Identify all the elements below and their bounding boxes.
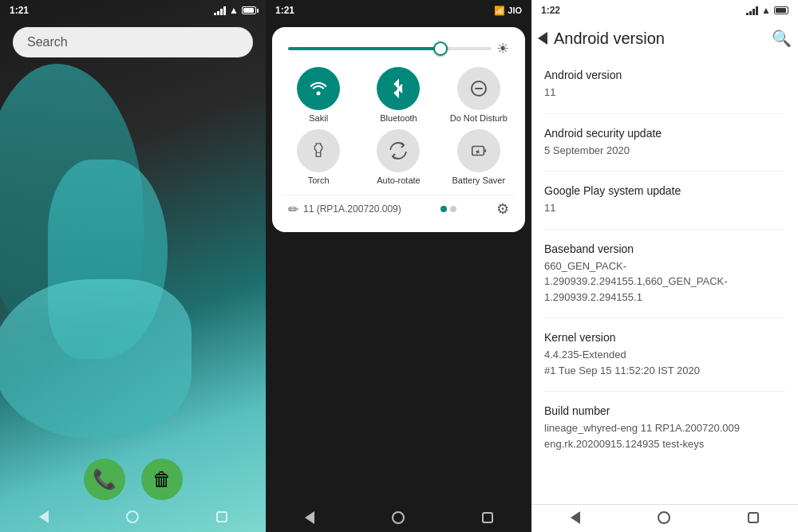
bluetooth-tile-icon (377, 67, 420, 110)
autorotate-tile[interactable]: Auto-rotate (361, 129, 435, 185)
brightness-fill (288, 47, 440, 50)
batterysaver-tile[interactable]: Battery Saver (442, 129, 516, 185)
home-screen: 1:21 ▲ Search 📞 🗑 (0, 0, 266, 532)
about-clock: 1:22 (541, 5, 560, 16)
build-label: 11 (RP1A.200720.009) (303, 203, 401, 215)
back-arrow[interactable] (538, 32, 547, 45)
svg-rect-3 (316, 152, 321, 153)
about-row: Android security update 5 September 2020 (544, 114, 785, 172)
svg-rect-2 (475, 88, 483, 89)
bluetooth-tile[interactable]: Bluetooth (361, 67, 435, 123)
wifi-icon: ▲ (229, 5, 239, 16)
build-info: ✏ 11 (RP1A.200720.009) (288, 202, 401, 217)
dnd-tile-icon (457, 67, 500, 110)
notification-shade: 1:21 📶 JIO ☀ S (266, 0, 531, 532)
toolbar-left: Android version (538, 30, 665, 48)
about-status-icons: ▲ (746, 5, 788, 16)
page-indicators (440, 206, 456, 212)
about-row: Baseband version 660_GEN_PACK-1.290939.2… (544, 230, 785, 319)
wifi-tile[interactable]: Sakil (282, 67, 355, 123)
brightness-thumb[interactable] (433, 41, 448, 56)
brightness-icon: ☀ (496, 40, 509, 57)
about-content: Android version 11 Android security upda… (531, 56, 798, 504)
about-toolbar: Android version 🔍 (531, 21, 798, 56)
page-title: Android version (554, 30, 665, 48)
row-label: Android security update (544, 127, 785, 140)
row-label: Google Play system update (544, 184, 785, 197)
about-row: Build number lineage_whyred-eng 11 RP1A.… (544, 392, 785, 464)
torch-tile-label: Torch (308, 175, 330, 185)
dnd-tile-label: Do Not Disturb (450, 113, 508, 123)
shade-clock: 1:21 (275, 5, 294, 16)
about-navigation-bar (531, 504, 798, 532)
wifi-tile-label: Sakil (309, 113, 328, 123)
search-placeholder: Search (27, 35, 68, 49)
row-label: Baseband version (544, 242, 785, 255)
signal-icon (214, 6, 226, 15)
row-value: 5 September 2020 (544, 143, 785, 159)
about-signal-icon (746, 6, 758, 15)
about-row: Android version 11 (544, 56, 785, 114)
brightness-control[interactable]: ☀ (282, 37, 516, 61)
shade-carrier: 📶 JIO (494, 6, 522, 16)
settings-icon[interactable]: ⚙ (496, 200, 509, 218)
wifi-tile-icon (297, 67, 340, 110)
dock: 📞 🗑 (0, 459, 266, 500)
about-row: Kernel version 4.4.235-Extended #1 Tue S… (544, 318, 785, 392)
row-label: Kernel version (544, 331, 785, 344)
edit-icon: ✏ (288, 202, 298, 217)
batterysaver-tile-icon (457, 129, 500, 172)
clock: 1:21 (10, 5, 29, 16)
shade-recents-button[interactable] (482, 512, 493, 523)
shade-back-button[interactable] (305, 511, 314, 524)
torch-tile-icon (297, 129, 340, 172)
svg-point-0 (317, 92, 321, 96)
about-wifi-icon: ▲ (761, 5, 771, 16)
torch-tile[interactable]: Torch (282, 129, 355, 185)
search-bar[interactable]: Search (13, 27, 253, 57)
row-value: 11 (544, 85, 785, 100)
home-button[interactable] (126, 510, 139, 523)
row-value: 11 (544, 200, 785, 216)
row-value: lineage_whyred-eng 11 RP1A.200720.009 en… (544, 420, 785, 451)
dot-1 (440, 206, 447, 212)
battery-icon (242, 6, 256, 14)
batterysaver-tile-label: Battery Saver (452, 175, 506, 185)
trash-icon[interactable]: 🗑 (141, 459, 183, 500)
row-value: 660_GEN_PACK-1.290939.2.294155.1,660_GEN… (544, 258, 785, 305)
recents-button[interactable] (216, 511, 227, 522)
about-back-button[interactable] (571, 511, 580, 524)
navigation-bar (0, 503, 266, 532)
shade-status-bar: 1:21 📶 JIO (266, 0, 531, 21)
row-label: Build number (544, 404, 785, 417)
quick-settings-card: ☀ Sakil (272, 27, 525, 232)
about-row: Google Play system update 11 (544, 171, 785, 230)
back-button[interactable] (39, 510, 49, 523)
brightness-bar[interactable] (288, 47, 492, 50)
about-screen: 1:22 ▲ Android version 🔍 Android version… (531, 0, 798, 532)
phone-icon[interactable]: 📞 (84, 459, 125, 500)
about-status-bar: 1:22 ▲ (531, 0, 798, 21)
bluetooth-tile-label: Bluetooth (380, 113, 417, 123)
search-icon[interactable]: 🔍 (772, 29, 792, 48)
wallpaper (0, 0, 266, 532)
dot-2 (450, 206, 456, 212)
about-battery-icon (774, 6, 788, 14)
shade-footer: ✏ 11 (RP1A.200720.009) ⚙ (282, 195, 516, 223)
row-label: Android version (544, 69, 785, 81)
autorotate-tile-label: Auto-rotate (377, 175, 420, 185)
about-recents-button[interactable] (748, 512, 759, 523)
status-icons: ▲ (214, 5, 256, 16)
shade-navigation-bar (266, 505, 531, 532)
shade-home-button[interactable] (392, 511, 405, 524)
row-value: 4.4.235-Extended #1 Tue Sep 15 11:52:20 … (544, 347, 785, 378)
about-home-button[interactable] (658, 511, 670, 524)
autorotate-tile-icon (377, 129, 420, 172)
status-bar: 1:21 ▲ (0, 0, 266, 21)
dnd-tile[interactable]: Do Not Disturb (442, 67, 516, 123)
quick-settings-grid: Sakil Bluetooth (282, 61, 516, 191)
